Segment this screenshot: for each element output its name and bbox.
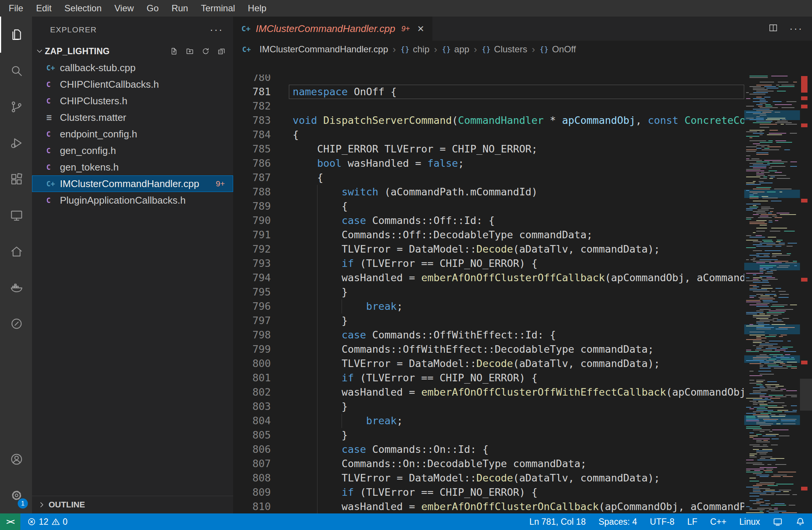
- line-number[interactable]: 795: [233, 285, 271, 299]
- tab-imclustercommandhandler-cpp[interactable]: C+ IMClusterCommandHandler.cpp 9+ ×: [233, 17, 433, 41]
- code-line[interactable]: 789 {: [233, 199, 744, 213]
- menu-selection[interactable]: Selection: [58, 0, 108, 17]
- code-line[interactable]: 808 TLVError = DataModel::Decode(aDataTl…: [233, 471, 744, 485]
- extensions-icon[interactable]: [0, 161, 32, 197]
- close-icon[interactable]: ×: [417, 23, 424, 34]
- code-line[interactable]: 785 CHIP_ERROR TLVError = CHIP_NO_ERROR;: [233, 142, 744, 156]
- line-number[interactable]: 782: [233, 99, 271, 113]
- remote-os[interactable]: Linux: [739, 517, 760, 527]
- code-line[interactable]: 788 switch (aCommandPath.mCommandId): [233, 185, 744, 199]
- screencast-icon[interactable]: [773, 517, 783, 527]
- code-line[interactable]: 805 }: [233, 428, 744, 442]
- file-item[interactable]: ≡Clusters.matter: [32, 109, 233, 126]
- indentation-status[interactable]: Spaces: 4: [598, 517, 637, 527]
- menu-help[interactable]: Help: [241, 0, 273, 17]
- line-number[interactable]: 785: [233, 142, 271, 156]
- code-line[interactable]: 801 if (TLVError == CHIP_NO_ERROR) {: [233, 371, 744, 385]
- file-item[interactable]: C+IMClusterCommandHandler.cpp9+: [32, 175, 233, 192]
- code-line[interactable]: 792 TLVError = DataModel::Decode(aDataTl…: [233, 242, 744, 256]
- line-number[interactable]: 794: [233, 271, 271, 285]
- code-line[interactable]: 781namespace OnOff {: [233, 85, 744, 99]
- code-line[interactable]: 799 Commands::OffWithEffect::DecodableTy…: [233, 342, 744, 356]
- menu-terminal[interactable]: Terminal: [194, 0, 241, 17]
- code-line[interactable]: 790 case Commands::Off::Id: {: [233, 213, 744, 228]
- breadcrumb-item[interactable]: C+IMClusterCommandHandler.cpp: [242, 44, 388, 55]
- line-number[interactable]: 805: [233, 428, 271, 442]
- language-mode[interactable]: C++: [710, 517, 727, 527]
- code-line[interactable]: 804 break;: [233, 414, 744, 428]
- line-number[interactable]: 792: [233, 242, 271, 256]
- line-number[interactable]: 797: [233, 314, 271, 328]
- file-item[interactable]: CPluginApplicationCallbacks.h: [32, 192, 233, 209]
- line-number[interactable]: 803: [233, 399, 271, 414]
- code-line[interactable]: 798 case Commands::OffWithEffect::Id: {: [233, 328, 744, 342]
- code-line[interactable]: 787 {: [233, 171, 744, 185]
- code-line[interactable]: 800 TLVError = DataModel::Decode(aDataTl…: [233, 356, 744, 371]
- docker-icon[interactable]: [0, 270, 32, 306]
- settings-icon[interactable]: 1: [0, 477, 32, 513]
- line-number[interactable]: 786: [233, 156, 271, 171]
- code-line[interactable]: 791 Commands::Off::DecodableType command…: [233, 228, 744, 242]
- views-more-actions-icon[interactable]: ···: [210, 25, 223, 35]
- line-number[interactable]: 793: [233, 256, 271, 271]
- new-folder-icon[interactable]: [186, 47, 194, 55]
- code-line[interactable]: 783void DispatchServerCommand(CommandHan…: [233, 113, 744, 128]
- line-number[interactable]: 806: [233, 442, 271, 457]
- home-icon[interactable]: [0, 233, 32, 270]
- scrollbar-overview-ruler[interactable]: [800, 75, 812, 513]
- file-item[interactable]: CCHIPClusters.h: [32, 93, 233, 109]
- refresh-icon[interactable]: [201, 47, 210, 55]
- source-control-icon[interactable]: [0, 89, 32, 125]
- code-line[interactable]: 795 }: [233, 285, 744, 299]
- code-line[interactable]: 796 break;: [233, 299, 744, 314]
- line-number[interactable]: 810: [233, 500, 271, 513]
- code-editor[interactable]: 780781namespace OnOff {782783void Dispat…: [233, 75, 812, 513]
- file-item[interactable]: CCHIPClientCallbacks.h: [32, 76, 233, 93]
- breadcrumb-item[interactable]: {}OnOff: [540, 44, 576, 55]
- code-line[interactable]: 786 bool wasHandled = false;: [233, 156, 744, 171]
- line-number[interactable]: 798: [233, 328, 271, 342]
- search-icon[interactable]: [0, 53, 32, 89]
- menu-go[interactable]: Go: [140, 0, 165, 17]
- code-line[interactable]: 797 }: [233, 314, 744, 328]
- code-line[interactable]: 809 if (TLVError == CHIP_NO_ERROR) {: [233, 485, 744, 500]
- breadcrumb-item[interactable]: {}chip: [400, 44, 429, 55]
- line-number[interactable]: 807: [233, 457, 271, 471]
- line-number[interactable]: 804: [233, 414, 271, 428]
- line-number[interactable]: 791: [233, 228, 271, 242]
- remote-explorer-icon[interactable]: [0, 197, 32, 233]
- code-line[interactable]: 806 case Commands::On::Id: {: [233, 442, 744, 457]
- minimap[interactable]: [744, 75, 800, 513]
- file-item[interactable]: C+callback-stub.cpp: [32, 59, 233, 76]
- menu-edit[interactable]: Edit: [30, 0, 58, 17]
- code-line[interactable]: 810 wasHandled = emberAfOnOffClusterOnCa…: [233, 500, 744, 513]
- explorer-icon[interactable]: [0, 17, 32, 53]
- file-item[interactable]: Cgen_config.h: [32, 142, 233, 159]
- remote-indicator[interactable]: ><: [0, 513, 20, 530]
- eol-status[interactable]: LF: [687, 517, 698, 527]
- code-line[interactable]: 802 wasHandled = emberAfOnOffClusterOffW…: [233, 385, 744, 399]
- account-icon[interactable]: [0, 441, 32, 477]
- cursor-position[interactable]: Ln 781, Col 18: [530, 517, 586, 527]
- code-line[interactable]: 782: [233, 99, 744, 113]
- breadcrumb-item[interactable]: {}Clusters: [482, 44, 527, 55]
- code-line[interactable]: 793 if (TLVError == CHIP_NO_ERROR) {: [233, 256, 744, 271]
- line-number[interactable]: 809: [233, 485, 271, 500]
- folder-section-header[interactable]: ZAP_LIGHTING: [32, 43, 233, 59]
- line-number[interactable]: 783: [233, 113, 271, 128]
- menu-view[interactable]: View: [108, 0, 140, 17]
- split-editor-icon[interactable]: [768, 23, 778, 34]
- menu-file[interactable]: File: [2, 0, 30, 17]
- line-number[interactable]: 780: [233, 75, 271, 85]
- encoding-status[interactable]: UTF-8: [650, 517, 675, 527]
- line-number[interactable]: 800: [233, 356, 271, 371]
- code-line[interactable]: 803 }: [233, 399, 744, 414]
- line-number[interactable]: 802: [233, 385, 271, 399]
- line-number[interactable]: 801: [233, 371, 271, 385]
- new-file-icon[interactable]: [170, 47, 178, 55]
- line-number[interactable]: 788: [233, 185, 271, 199]
- notifications-bell-icon[interactable]: [795, 517, 805, 527]
- editor-more-actions-icon[interactable]: ···: [789, 24, 803, 34]
- line-number[interactable]: 796: [233, 299, 271, 314]
- problems-status[interactable]: 12 0: [20, 517, 74, 527]
